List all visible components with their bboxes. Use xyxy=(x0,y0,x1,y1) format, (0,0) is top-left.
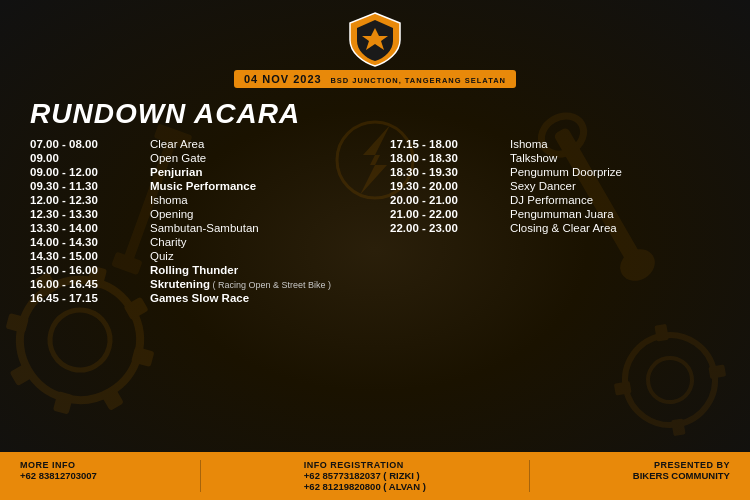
footer-more-info: MORE INFO +62 83812703007 xyxy=(20,460,97,481)
schedule-right-col: 17.15 - 18.00Ishoma18.00 - 18.30Talkshow… xyxy=(390,138,720,448)
schedule-event: Games Slow Race xyxy=(150,292,249,304)
schedule-event: Pengumuman Juara xyxy=(510,208,614,220)
schedule-item: 16.45 - 17.15Games Slow Race xyxy=(30,292,360,304)
schedule-event: Charity xyxy=(150,236,186,248)
schedule-event: Open Gate xyxy=(150,152,206,164)
logo-icon xyxy=(345,8,405,68)
header: 04 NOV 2023 BSD JUNCTION, TANGERANG SELA… xyxy=(0,0,750,92)
schedule-time: 13.30 - 14.00 xyxy=(30,222,150,234)
schedule-item: 20.00 - 21.00DJ Performance xyxy=(390,194,720,206)
schedule-item: 14.30 - 15.00Quiz xyxy=(30,250,360,262)
schedule-time: 12.00 - 12.30 xyxy=(30,194,150,206)
footer-presented: PRESENTED BY BIKERS COMMUNITY xyxy=(633,460,730,481)
schedule-time: 16.45 - 17.15 xyxy=(30,292,150,304)
schedule-event: Sexy Dancer xyxy=(510,180,576,192)
schedule-event: Ishoma xyxy=(510,138,548,150)
schedule-time: 20.00 - 21.00 xyxy=(390,194,510,206)
registration-phone-1: +62 85773182037 ( RIZKI ) xyxy=(304,470,426,481)
schedule-item: 22.00 - 23.00Closing & Clear Area xyxy=(390,222,720,234)
footer-divider-2 xyxy=(529,460,530,492)
schedule-grid: 07.00 - 08.00Clear Area09.00Open Gate09.… xyxy=(30,138,720,448)
schedule-item: 17.15 - 18.00Ishoma xyxy=(390,138,720,150)
schedule-time: 22.00 - 23.00 xyxy=(390,222,510,234)
schedule-item: 13.30 - 14.00Sambutan-Sambutan xyxy=(30,222,360,234)
footer-registration: INFO REGISTRATION +62 85773182037 ( RIZK… xyxy=(304,460,426,492)
event-date: 04 NOV 2023 xyxy=(244,73,322,85)
schedule-time: 09.00 xyxy=(30,152,150,164)
schedule-time: 18.30 - 19.30 xyxy=(390,166,510,178)
rundown-section: RUNDOWN ACARA 07.00 - 08.00Clear Area09.… xyxy=(0,92,750,452)
schedule-time: 21.00 - 22.00 xyxy=(390,208,510,220)
footer: MORE INFO +62 83812703007 INFO REGISTRAT… xyxy=(0,452,750,500)
schedule-item: 07.00 - 08.00Clear Area xyxy=(30,138,360,150)
schedule-event: Clear Area xyxy=(150,138,204,150)
schedule-event: Ishoma xyxy=(150,194,188,206)
schedule-time: 12.30 - 13.30 xyxy=(30,208,150,220)
schedule-item: 12.00 - 12.30Ishoma xyxy=(30,194,360,206)
schedule-time: 16.00 - 16.45 xyxy=(30,278,150,290)
schedule-item: 09.30 - 11.30Music Performance xyxy=(30,180,360,192)
schedule-time: 15.00 - 16.00 xyxy=(30,264,150,276)
schedule-time: 19.30 - 20.00 xyxy=(390,180,510,192)
presented-by-label: PRESENTED BY xyxy=(633,460,730,470)
schedule-event: Pengumum Doorprize xyxy=(510,166,622,178)
schedule-item: 14.00 - 14.30Charity xyxy=(30,236,360,248)
schedule-time: 07.00 - 08.00 xyxy=(30,138,150,150)
schedule-event: Penjurian xyxy=(150,166,202,178)
footer-divider-1 xyxy=(200,460,201,492)
registration-label: INFO REGISTRATION xyxy=(304,460,426,470)
schedule-event: Sambutan-Sambutan xyxy=(150,222,259,234)
schedule-event: Opening xyxy=(150,208,193,220)
event-location: BSD JUNCTION, TANGERANG SELATAN xyxy=(330,76,506,85)
schedule-item: 21.00 - 22.00Pengumuman Juara xyxy=(390,208,720,220)
schedule-item: 18.00 - 18.30Talkshow xyxy=(390,152,720,164)
registration-phone-2: +62 81219820800 ( ALVAN ) xyxy=(304,481,426,492)
schedule-item: 09.00Open Gate xyxy=(30,152,360,164)
schedule-event: Talkshow xyxy=(510,152,557,164)
schedule-event: Rolling Thunder xyxy=(150,264,238,276)
event-badge: 04 NOV 2023 BSD JUNCTION, TANGERANG SELA… xyxy=(234,70,516,88)
more-info-label: MORE INFO xyxy=(20,460,97,470)
rundown-title: RUNDOWN ACARA xyxy=(30,98,720,130)
schedule-item: 15.00 - 16.00Rolling Thunder xyxy=(30,264,360,276)
schedule-item: 16.00 - 16.45Skrutening ( Racing Open & … xyxy=(30,278,360,290)
schedule-time: 09.30 - 11.30 xyxy=(30,180,150,192)
presented-by-value: BIKERS COMMUNITY xyxy=(633,470,730,481)
schedule-event: DJ Performance xyxy=(510,194,593,206)
schedule-time: 09.00 - 12.00 xyxy=(30,166,150,178)
schedule-event: Closing & Clear Area xyxy=(510,222,617,234)
schedule-time: 14.30 - 15.00 xyxy=(30,250,150,262)
schedule-item: 12.30 - 13.30Opening xyxy=(30,208,360,220)
schedule-event: Quiz xyxy=(150,250,174,262)
schedule-item: 18.30 - 19.30Pengumum Doorprize xyxy=(390,166,720,178)
schedule-item: 09.00 - 12.00Penjurian xyxy=(30,166,360,178)
schedule-event: Skrutening ( Racing Open & Street Bike ) xyxy=(150,278,331,290)
schedule-time: 17.15 - 18.00 xyxy=(390,138,510,150)
schedule-time: 18.00 - 18.30 xyxy=(390,152,510,164)
schedule-item: 19.30 - 20.00Sexy Dancer xyxy=(390,180,720,192)
logo-area xyxy=(345,8,405,68)
schedule-left-col: 07.00 - 08.00Clear Area09.00Open Gate09.… xyxy=(30,138,360,448)
schedule-time: 14.00 - 14.30 xyxy=(30,236,150,248)
more-info-phone: +62 83812703007 xyxy=(20,470,97,481)
main-content: 04 NOV 2023 BSD JUNCTION, TANGERANG SELA… xyxy=(0,0,750,500)
schedule-event: Music Performance xyxy=(150,180,256,192)
